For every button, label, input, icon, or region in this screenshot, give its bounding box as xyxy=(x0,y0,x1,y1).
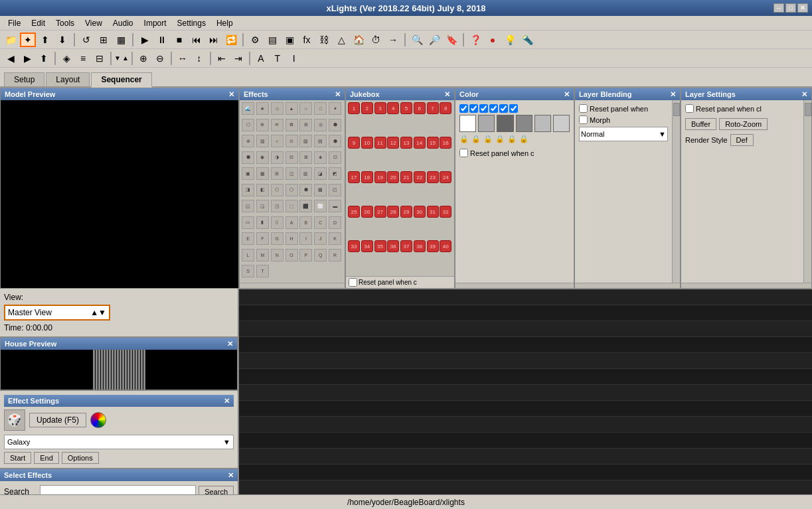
effect-cell[interactable]: ▤ xyxy=(314,135,327,147)
jukebox-btn[interactable]: 33 xyxy=(348,240,360,252)
jukebox-btn[interactable]: 40 xyxy=(440,240,451,252)
lock-icon-6[interactable]: 🔒 xyxy=(519,135,528,143)
menu-audio[interactable]: Audio xyxy=(108,17,139,29)
play-button[interactable]: ▶ xyxy=(137,33,153,47)
effect-cell[interactable]: ◩ xyxy=(329,167,341,180)
color-swatch-4[interactable] xyxy=(516,115,532,132)
jukebox-btn[interactable]: 5 xyxy=(400,102,412,114)
menu-edit[interactable]: Edit xyxy=(26,17,50,29)
search-input[interactable] xyxy=(40,485,196,494)
effects-close[interactable]: ✕ xyxy=(335,90,341,99)
skip-fwd-button[interactable]: ⏭ xyxy=(206,33,222,47)
tb2-btn-4[interactable]: ◈ xyxy=(58,51,74,66)
jukebox-btn[interactable]: 36 xyxy=(387,240,399,252)
house-button[interactable]: 🏠 xyxy=(351,33,366,47)
grid3-button[interactable]: ▤ xyxy=(264,33,280,47)
lb-normal-dropdown[interactable]: Normal ▼ xyxy=(579,127,668,141)
jukebox-btn[interactable]: 23 xyxy=(427,171,439,183)
effect-cell[interactable]: ▭ xyxy=(242,216,254,229)
effect-cell[interactable]: ⊗ xyxy=(242,135,254,147)
effect-cell[interactable]: B xyxy=(299,216,312,229)
jukebox-btn[interactable]: 20 xyxy=(387,171,399,183)
effect-cell[interactable]: H xyxy=(285,232,298,245)
maximize-button[interactable]: □ xyxy=(785,3,796,13)
color-wheel-icon[interactable] xyxy=(90,412,106,428)
tab-setup[interactable]: Setup xyxy=(4,72,44,86)
menu-help[interactable]: Help xyxy=(211,17,238,29)
tb2-btn-2[interactable]: ▶ xyxy=(19,51,35,66)
jukebox-btn[interactable]: 2 xyxy=(361,102,373,114)
grid4-button[interactable]: ▣ xyxy=(282,33,297,47)
jukebox-btn[interactable]: 3 xyxy=(374,102,386,114)
skip-back-button[interactable]: ⏮ xyxy=(189,33,204,47)
effect-cell[interactable]: P xyxy=(299,249,312,261)
effect-cell[interactable]: ◲ xyxy=(256,200,269,212)
update-button[interactable]: Update (F5) xyxy=(29,413,86,427)
jukebox-btn[interactable]: 8 xyxy=(440,102,451,114)
tab-sequencer[interactable]: Sequencer xyxy=(91,72,151,88)
search-toolbar-button[interactable]: 🔍 xyxy=(409,33,425,47)
lock-icon-1[interactable]: 🔒 xyxy=(459,135,469,143)
effect-cell[interactable]: ▬ xyxy=(329,200,341,212)
effect-settings-close[interactable]: ✕ xyxy=(224,397,230,405)
menu-view[interactable]: View xyxy=(80,17,108,29)
grid-button[interactable]: ⊞ xyxy=(96,33,112,47)
effect-cell[interactable]: ◑ xyxy=(271,151,284,164)
tb2-btn-8[interactable]: ⊖ xyxy=(152,51,168,66)
shapes-button[interactable]: △ xyxy=(333,33,349,47)
jukebox-btn[interactable]: 16 xyxy=(440,137,451,149)
jukebox-btn[interactable]: 28 xyxy=(387,206,399,218)
bulb-on-button[interactable]: 🔦 xyxy=(519,33,535,47)
effect-cell[interactable]: ⊞ xyxy=(271,167,284,180)
layer-settings-close[interactable]: ✕ xyxy=(801,90,807,99)
effect-cell[interactable]: J xyxy=(314,232,327,245)
clock-button[interactable]: ⏱ xyxy=(368,33,384,47)
red-circle-button[interactable]: ● xyxy=(485,33,501,47)
effect-cell[interactable]: ⬟ xyxy=(329,119,341,131)
jukebox-btn[interactable]: 9 xyxy=(348,137,360,149)
jukebox-reset-checkbox[interactable] xyxy=(349,278,357,287)
effect-cell[interactable]: ▥ xyxy=(299,167,312,180)
download-button[interactable]: ⬇ xyxy=(54,33,70,47)
effect-cell[interactable]: ⬚ xyxy=(285,200,298,212)
jukebox-btn[interactable]: 27 xyxy=(374,206,386,218)
view-dropdown[interactable]: Master View ▲▼ xyxy=(4,305,110,321)
color-swatch-5[interactable] xyxy=(534,115,551,132)
upload-button[interactable]: ⬆ xyxy=(37,33,53,47)
jukebox-btn[interactable]: 35 xyxy=(374,240,386,252)
start-button[interactable]: Start xyxy=(4,452,31,464)
effect-cell[interactable]: T xyxy=(256,265,269,277)
help-button[interactable]: ❓ xyxy=(467,33,483,47)
menu-tools[interactable]: Tools xyxy=(50,17,80,29)
lock-icon-2[interactable]: 🔒 xyxy=(471,135,481,143)
effect-cell[interactable]: ⬢ xyxy=(299,184,312,196)
tb2-btn-14[interactable]: T xyxy=(270,51,285,66)
bookmark-button[interactable]: 🔖 xyxy=(444,33,459,47)
tab-layout[interactable]: Layout xyxy=(46,72,90,86)
jukebox-btn[interactable]: 19 xyxy=(374,171,386,183)
effect-cell[interactable]: ▦ xyxy=(256,167,269,180)
layer-settings-scrollbar-h[interactable] xyxy=(681,283,811,288)
layer-blend-scrollbar-v[interactable] xyxy=(672,100,680,283)
jukebox-btn[interactable]: 30 xyxy=(414,206,426,218)
tb2-btn-5[interactable]: ≡ xyxy=(75,51,91,66)
menu-import[interactable]: Import xyxy=(139,17,172,29)
effect-cell[interactable]: ⊙ xyxy=(285,135,298,147)
effect-cell[interactable]: ⬢ xyxy=(329,135,341,147)
effect-cell[interactable]: O xyxy=(285,249,298,261)
color-check-3[interactable] xyxy=(479,104,488,113)
color-check-6[interactable] xyxy=(509,104,518,113)
effect-cell[interactable]: ⬜ xyxy=(314,200,327,212)
layer-settings-scrollbar-v[interactable] xyxy=(803,100,811,283)
effect-cell[interactable]: ▨ xyxy=(256,135,269,147)
jukebox-btn[interactable]: 38 xyxy=(414,240,426,252)
open-folder-button[interactable]: 📁 xyxy=(3,33,19,47)
color-check-1[interactable] xyxy=(459,104,468,113)
jukebox-btn[interactable]: 11 xyxy=(374,137,386,149)
jukebox-btn[interactable]: 10 xyxy=(361,137,373,149)
jukebox-btn[interactable]: 32 xyxy=(440,206,451,218)
jukebox-close[interactable]: ✕ xyxy=(444,90,450,99)
effect-cell[interactable]: I xyxy=(299,232,312,245)
layer-blend-close[interactable]: ✕ xyxy=(670,90,676,99)
tb2-btn-15[interactable]: I xyxy=(286,51,302,66)
